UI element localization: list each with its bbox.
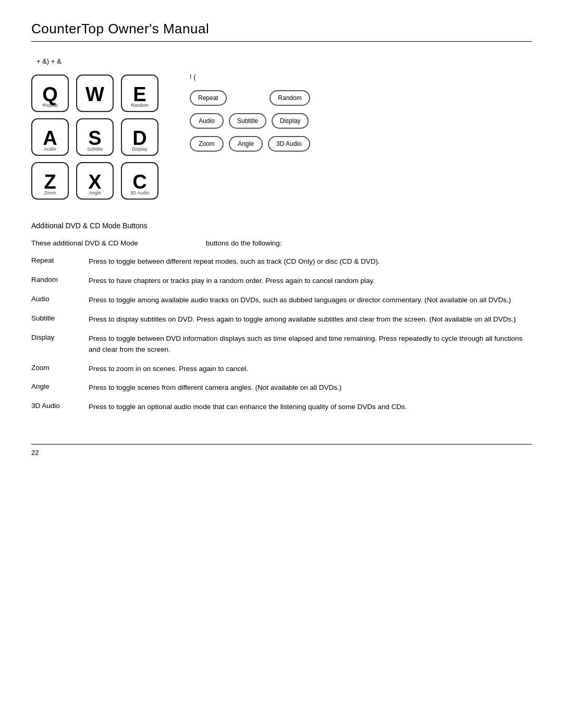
def-display: Press to toggle between DVD information … <box>89 334 532 355</box>
oval-label: ! ( <box>190 73 310 81</box>
keyboard-label: + &) + & <box>36 57 158 65</box>
key-c-sublabel: 3D Audio <box>130 190 150 195</box>
key-d-sublabel: Display <box>132 146 148 152</box>
oval-row-2: Audio Subtitle Display <box>190 113 310 129</box>
oval-subtitle[interactable]: Subtitle <box>229 113 266 129</box>
key-row-1: Q Repeat W E Random <box>31 75 158 112</box>
key-c-letter: C <box>132 172 146 192</box>
desc-row-subtitle: Subtitle Press to display subtitles on D… <box>31 314 532 325</box>
def-zoom: Press to zoom in on scenes. Press again … <box>89 364 532 375</box>
term-3daudio: 3D Audio <box>31 402 89 410</box>
key-s-sublabel: Subtitle <box>87 146 103 152</box>
def-random: Press to have chapters or tracks play in… <box>89 276 532 287</box>
def-repeat: Press to toggle between different repeat… <box>89 256 532 267</box>
term-random: Random <box>31 276 89 283</box>
diagram-section: + &) + & Q Repeat W E Random A <box>31 57 532 206</box>
page-number: 22 <box>31 449 39 456</box>
key-x-sublabel: Angle <box>89 190 101 195</box>
intro-prefix: These additional DVD & CD Mode <box>31 239 138 247</box>
key-a-sublabel: Audio <box>44 146 56 152</box>
key-q[interactable]: Q Repeat <box>31 75 69 112</box>
key-d-letter: D <box>132 128 146 148</box>
oval-angle[interactable]: Angle <box>229 136 263 152</box>
def-subtitle: Press to display subtitles on DVD. Press… <box>89 314 532 325</box>
oval-repeat[interactable]: Repeat <box>190 90 227 106</box>
key-x-letter: X <box>88 172 101 192</box>
keyboard-diagram: + &) + & Q Repeat W E Random A <box>31 57 158 206</box>
key-q-sublabel: Repeat <box>42 103 57 108</box>
term-zoom: Zoom <box>31 364 89 372</box>
key-z[interactable]: Z Zoom <box>31 162 69 200</box>
page-footer: 22 <box>31 444 532 456</box>
key-q-letter: Q <box>42 84 58 104</box>
key-w-letter: W <box>85 84 104 104</box>
intro-text: These additional DVD & CD Mode buttons d… <box>31 239 532 247</box>
desc-row-display: Display Press to toggle between DVD info… <box>31 334 532 355</box>
def-3daudio: Press to toggle an optional audio mode t… <box>89 402 532 413</box>
key-c[interactable]: C 3D Audio <box>121 162 158 200</box>
page-title: CounterTop Owner's Manual <box>31 21 532 37</box>
key-w[interactable]: W <box>76 75 114 112</box>
term-repeat: Repeat <box>31 256 89 264</box>
oval-audio[interactable]: Audio <box>190 113 224 129</box>
key-a[interactable]: A Audio <box>31 118 69 156</box>
desc-row-angle: Angle Press to toggle scenes from differ… <box>31 382 532 393</box>
desc-row-audio: Audio Press to toggle among available au… <box>31 295 532 306</box>
intro-suffix: buttons do the following: <box>206 239 282 247</box>
oval-row-1: Repeat Random <box>190 90 310 106</box>
key-row-3: Z Zoom X Angle C 3D Audio <box>31 162 158 200</box>
desc-row-random: Random Press to have chapters or tracks … <box>31 276 532 287</box>
oval-row-3: Zoom Angle 3D Audio <box>190 136 310 152</box>
key-a-letter: A <box>43 128 57 148</box>
key-e-sublabel: Random <box>131 103 149 108</box>
key-z-sublabel: Zoom <box>44 190 56 195</box>
def-audio: Press to toggle among available audio tr… <box>89 295 532 306</box>
key-s[interactable]: S Subtitle <box>76 118 114 156</box>
page: CounterTop Owner's Manual + &) + & Q Rep… <box>0 0 563 477</box>
section-title: Additional DVD & CD Mode Buttons <box>31 221 532 230</box>
key-e-letter: E <box>133 84 146 104</box>
key-z-letter: Z <box>44 172 56 192</box>
oval-3daudio[interactable]: 3D Audio <box>268 136 310 152</box>
oval-random[interactable]: Random <box>270 90 310 106</box>
desc-row-zoom: Zoom Press to zoom in on scenes. Press a… <box>31 364 532 375</box>
oval-display[interactable]: Display <box>272 113 309 129</box>
term-angle: Angle <box>31 382 89 390</box>
def-angle: Press to toggle scenes from different ca… <box>89 382 532 393</box>
description-section: Additional DVD & CD Mode Buttons These a… <box>31 221 532 413</box>
key-e[interactable]: E Random <box>121 75 158 112</box>
page-header: CounterTop Owner's Manual <box>31 21 532 42</box>
oval-diagram: ! ( Repeat Random Audio Subtitle Display… <box>190 73 310 159</box>
key-x[interactable]: X Angle <box>76 162 114 200</box>
term-subtitle: Subtitle <box>31 314 89 322</box>
key-s-letter: S <box>88 128 101 148</box>
desc-row-3daudio: 3D Audio Press to toggle an optional aud… <box>31 402 532 413</box>
term-display: Display <box>31 334 89 341</box>
description-table: Repeat Press to toggle between different… <box>31 256 532 413</box>
key-d[interactable]: D Display <box>121 118 158 156</box>
oval-zoom[interactable]: Zoom <box>190 136 224 152</box>
desc-row-repeat: Repeat Press to toggle between different… <box>31 256 532 267</box>
key-row-2: A Audio S Subtitle D Display <box>31 118 158 156</box>
term-audio: Audio <box>31 295 89 303</box>
